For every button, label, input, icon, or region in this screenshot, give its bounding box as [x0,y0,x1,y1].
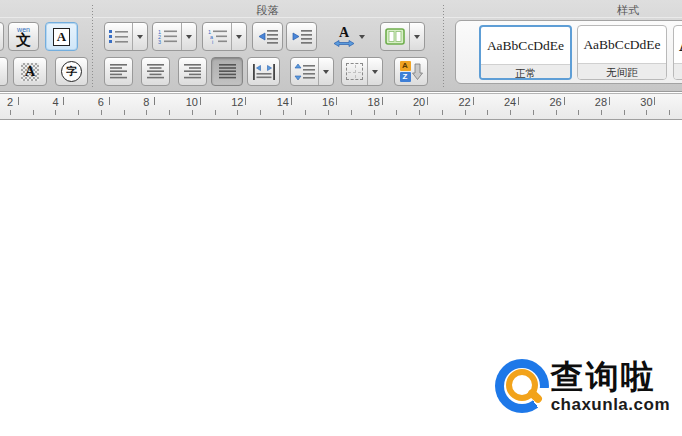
ruler-major-tick [564,97,565,105]
watermark-logo: 查询啦 chaxunla.com [495,359,670,414]
ruler-major-tick [473,97,474,105]
ruler-major-tick [654,97,655,105]
ruler-minor-tick [55,110,56,115]
ruler-minor-tick [556,110,557,115]
decrease-indent-icon [257,28,279,45]
watermark-brand-text: 查询啦 [551,359,670,395]
cutoff-button-bottom-left[interactable] [0,57,8,86]
columns-dropdown[interactable] [409,23,424,50]
style-card-label: 无间距 [578,63,666,80]
phonetic-guide-button[interactable]: wen 文 [8,22,39,51]
ruler-major-tick [609,97,610,105]
bullets-button[interactable] [104,22,148,51]
ruler-major-tick [336,97,337,105]
paragraph-group-label: 段落 [92,3,443,18]
chevron-down-icon [137,35,143,39]
multilevel-list-icon: 1 a i [203,23,231,50]
chevron-down-icon [186,35,192,39]
character-shading-button[interactable]: A [13,57,47,86]
columns-button[interactable] [380,22,425,51]
ruler-minor-tick [396,110,397,115]
decrease-indent-button[interactable] [252,22,283,51]
enclosed-character-button[interactable]: 字 [55,57,88,86]
align-center-icon [146,63,165,80]
ruler-minor-tick [669,110,670,115]
borders-button[interactable] [341,57,383,86]
style-preview-text: A [674,26,682,63]
ruler-major-tick [200,97,201,105]
justify-button[interactable] [211,57,243,86]
watermark-domain-text: chaxunla.com [551,395,670,414]
character-border-icon: A [53,28,70,46]
sort-button[interactable]: A Z [394,57,428,86]
ruler-minor-tick [237,110,238,115]
align-center-button[interactable] [141,57,170,86]
distribute-text-icon [252,63,276,81]
group-separator [443,5,444,87]
ruler-minor-tick [624,110,625,115]
bullets-dropdown[interactable] [132,23,147,50]
style-card-partial[interactable]: A [673,25,682,80]
ruler-minor-tick [169,110,170,115]
ruler-minor-tick [601,110,602,115]
phonetic-guide-icon: wen 文 [16,27,31,47]
borders-dropdown[interactable] [367,58,382,85]
chevron-down-icon [414,35,420,39]
borders-icon [342,58,367,85]
ruler-minor-tick [442,110,443,115]
line-spacing-dropdown[interactable] [318,58,333,85]
ruler-major-tick [18,97,19,105]
ruler-minor-tick [101,110,102,115]
multilevel-list-button[interactable]: 1 a i [202,22,247,51]
ruler-major-tick [245,97,246,105]
numbering-icon: 1 2 3 [153,23,181,50]
ruler-minor-tick [305,110,306,115]
horizontal-arrows-icon [333,39,355,48]
ruler-minor-tick [146,110,147,115]
ruler-minor-tick [283,110,284,115]
style-card-normal[interactable]: AaBbCcDdEe 正常 [479,25,572,80]
align-left-button[interactable] [104,57,133,86]
numbering-button[interactable]: 1 2 3 [152,22,197,51]
multilevel-list-dropdown[interactable] [231,23,246,50]
sort-icon: A Z [400,61,423,82]
ruler-minor-tick [33,110,34,115]
align-left-icon [109,63,128,80]
scale-text-button[interactable]: A [326,22,372,51]
increase-indent-button[interactable] [286,22,317,51]
cutoff-button-top-left[interactable] [0,22,4,51]
enclosed-character-icon: 字 [61,61,82,82]
chevron-down-icon [372,70,378,74]
character-border-button[interactable]: A [45,22,78,51]
phonetic-char-text: 文 [16,33,31,47]
style-card-label: 正常 [481,64,570,80]
line-spacing-button[interactable] [290,57,334,86]
styles-group-label: 样式 [604,3,652,18]
align-right-button[interactable] [178,57,207,86]
ruler-major-tick [63,97,64,105]
ruler-minor-tick [578,110,579,115]
ruler-minor-tick [328,110,329,115]
ruler-minor-tick [351,110,352,115]
ruler-minor-tick [10,110,11,115]
horizontal-ruler[interactable]: 24681012141618202224262830 [0,93,682,120]
svg-text:i: i [212,39,213,45]
distribute-text-button[interactable] [247,57,280,86]
magnifier-logo-icon [495,359,549,413]
ruler-minor-tick [487,110,488,115]
ruler-major-tick [427,97,428,105]
ruler-minor-tick [374,110,375,115]
scale-text-dropdown[interactable] [359,35,365,39]
sort-letter-a: A [400,61,411,71]
document-canvas[interactable]: 查询啦 chaxunla.com [0,120,682,436]
character-shading-icon: A [21,63,39,81]
justify-icon [218,63,237,80]
ruler-major-tick [154,97,155,105]
ruler-major-tick [109,97,110,105]
bullets-icon [105,23,132,50]
ruler-minor-tick [192,110,193,115]
increase-indent-icon [291,28,313,45]
ruler-minor-tick [260,110,261,115]
style-card-no-spacing[interactable]: AaBbCcDdEe 无间距 [577,25,667,80]
numbering-dropdown[interactable] [181,23,196,50]
